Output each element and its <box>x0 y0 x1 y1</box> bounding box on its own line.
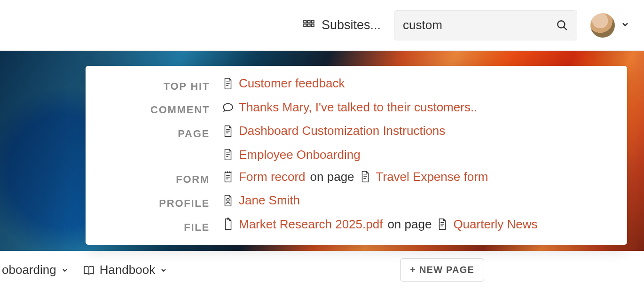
result-page-link[interactable]: Quarterly News <box>453 217 537 232</box>
search-input[interactable] <box>403 18 556 32</box>
result-row-file[interactable]: FILE Market Research 2025.pdf on page Qu… <box>86 213 627 238</box>
category-label: PROFILE <box>99 197 210 210</box>
chevron-down-icon <box>620 20 630 31</box>
svg-rect-2 <box>311 20 314 23</box>
category-label: FORM <box>99 173 210 186</box>
category-label: FILE <box>99 221 210 234</box>
comment-icon <box>222 101 234 113</box>
result-row-top-hit[interactable]: TOP HIT Customer feedback <box>86 72 627 96</box>
page-icon <box>222 78 234 90</box>
search-box[interactable] <box>394 10 577 40</box>
breadcrumb-item[interactable]: oboarding <box>2 263 69 277</box>
svg-line-7 <box>564 27 567 30</box>
result-link[interactable]: Market Research 2025.pdf <box>239 217 383 232</box>
form-icon <box>222 171 234 183</box>
profile-icon <box>222 195 234 207</box>
search-icon[interactable] <box>556 19 568 31</box>
result-row-profile[interactable]: PROFILE Jane Smith <box>86 189 627 213</box>
user-menu[interactable] <box>590 13 630 38</box>
bottom-bar: oboarding Handbook + NEW PAGE <box>0 251 644 289</box>
file-icon <box>222 218 234 230</box>
chevron-down-icon <box>61 263 69 277</box>
category-label: COMMENT <box>99 104 210 116</box>
result-link[interactable]: Thanks Mary, I've talked to their custom… <box>239 100 477 115</box>
result-link[interactable]: Form record <box>239 170 306 184</box>
svg-rect-1 <box>307 20 310 23</box>
top-bar: Subsites... <box>0 0 644 51</box>
category-label: TOP HIT <box>99 80 210 93</box>
result-link[interactable]: Customer feedback <box>239 76 345 91</box>
svg-rect-3 <box>304 24 306 26</box>
subsites-label: Subsites... <box>322 18 381 32</box>
subsites-dropdown[interactable]: Subsites... <box>303 18 381 32</box>
svg-point-23 <box>227 198 229 201</box>
on-page-text: on page <box>310 170 354 184</box>
avatar <box>590 13 615 38</box>
result-page-link[interactable]: Travel Expense form <box>376 170 488 184</box>
category-label: PAGE <box>99 128 210 140</box>
result-row-page-1[interactable]: PAGE Dashboard Customization Instruction… <box>86 120 627 144</box>
grid-icon <box>303 19 315 31</box>
search-results-dropdown: TOP HIT Customer feedback COMMENT Thanks… <box>86 66 627 245</box>
page-icon <box>359 171 371 183</box>
result-row-comment[interactable]: COMMENT Thanks Mary, I've talked to thei… <box>86 96 627 120</box>
breadcrumb-label: Handbook <box>100 263 156 277</box>
svg-rect-5 <box>311 24 314 26</box>
svg-rect-0 <box>304 20 306 23</box>
on-page-text: on page <box>387 217 432 232</box>
svg-point-6 <box>558 21 565 28</box>
result-row-page-2[interactable]: Employee Onboarding <box>86 144 627 166</box>
result-row-form[interactable]: FORM Form record on page Travel Expense … <box>86 166 627 190</box>
page-icon <box>436 218 448 230</box>
result-link[interactable]: Employee Onboarding <box>239 148 361 162</box>
breadcrumb-item[interactable]: Handbook <box>83 263 168 277</box>
breadcrumb-label: oboarding <box>2 263 56 277</box>
chevron-down-icon <box>160 263 167 277</box>
result-link[interactable]: Dashboard Customization Instructions <box>239 124 445 138</box>
result-link[interactable]: Jane Smith <box>239 193 300 208</box>
page-icon <box>222 148 234 161</box>
svg-rect-4 <box>307 24 310 26</box>
page-icon <box>222 125 234 137</box>
new-page-button[interactable]: + NEW PAGE <box>400 258 484 281</box>
book-icon <box>83 264 95 276</box>
